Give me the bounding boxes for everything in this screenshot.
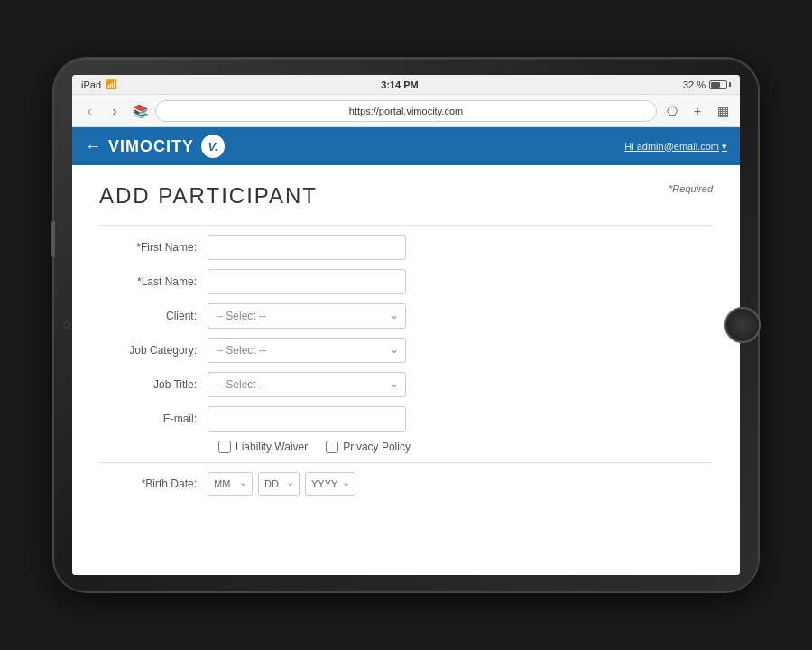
month-select-wrapper: MM bbox=[208, 472, 253, 496]
separator-2 bbox=[99, 462, 713, 463]
tablet-device: iPad 📶 3:14 PM 32 % ‹ › 📚 https://portal… bbox=[54, 59, 758, 591]
first-name-row: *First Name: bbox=[99, 235, 713, 260]
carrier-label: iPad bbox=[81, 79, 101, 90]
job-category-label: Job Category: bbox=[99, 344, 208, 357]
client-row: Client: -- Select -- bbox=[99, 303, 713, 329]
app-back-arrow[interactable]: ← bbox=[85, 137, 101, 156]
page-content: ADD PARTICIPANT *Required *First Name: *… bbox=[72, 165, 740, 575]
screen: iPad 📶 3:14 PM 32 % ‹ › 📚 https://portal… bbox=[72, 75, 740, 575]
job-category-select[interactable]: -- Select -- bbox=[208, 338, 406, 363]
job-title-select[interactable]: -- Select -- bbox=[208, 372, 406, 397]
last-name-input[interactable] bbox=[208, 269, 406, 294]
browser-bar: ‹ › 📚 https://portal.vimocity.com ⎔ + ▦ bbox=[72, 95, 740, 127]
email-label: E-mail: bbox=[99, 413, 208, 425]
app-header: ← VIMOCITY V. Hi admin@email.com ▾ bbox=[72, 127, 740, 165]
liability-waiver-label: Liability Waiver bbox=[235, 441, 308, 453]
required-note: *Required bbox=[669, 183, 713, 194]
year-select[interactable]: YYYY bbox=[305, 472, 355, 496]
year-select-wrapper: YYYY bbox=[305, 472, 355, 496]
tabs-button[interactable]: ▦ bbox=[713, 101, 733, 121]
day-select[interactable]: DD bbox=[258, 472, 300, 496]
logo-text: VIMOCITY bbox=[108, 137, 194, 156]
forward-button[interactable]: › bbox=[105, 101, 125, 121]
day-select-wrapper: DD bbox=[258, 472, 300, 496]
job-title-select-wrapper: -- Select -- bbox=[208, 372, 406, 397]
job-title-row: Job Title: -- Select -- bbox=[99, 372, 713, 397]
month-select[interactable]: MM bbox=[208, 472, 253, 496]
separator bbox=[99, 225, 713, 226]
browser-actions: ⎔ + ▦ bbox=[662, 101, 733, 121]
header-left: ← VIMOCITY V. bbox=[85, 135, 225, 158]
email-row: E-mail: bbox=[99, 406, 713, 432]
battery-pct: 32 % bbox=[683, 79, 706, 90]
client-select-wrapper: -- Select -- bbox=[208, 303, 406, 329]
user-greeting: Hi admin@email.com bbox=[624, 141, 719, 152]
last-name-row: *Last Name: bbox=[99, 269, 713, 294]
date-selects: MM DD YYYY bbox=[208, 472, 355, 496]
battery-icon bbox=[709, 80, 731, 89]
liability-waiver-checkbox-label[interactable]: Liability Waiver bbox=[218, 441, 308, 453]
bookmarks-icon[interactable]: 📚 bbox=[130, 101, 150, 121]
privacy-policy-checkbox-label[interactable]: Privacy Policy bbox=[326, 441, 411, 453]
camera bbox=[63, 321, 70, 329]
url-text: https://portal.vimocity.com bbox=[349, 106, 463, 116]
privacy-policy-checkbox[interactable] bbox=[326, 441, 338, 453]
user-menu[interactable]: Hi admin@email.com ▾ bbox=[624, 141, 727, 153]
status-left: iPad 📶 bbox=[81, 79, 116, 90]
url-bar[interactable]: https://portal.vimocity.com bbox=[155, 100, 657, 122]
wifi-icon: 📶 bbox=[106, 79, 116, 89]
user-dropdown-icon: ▾ bbox=[722, 141, 727, 152]
birth-date-row: *Birth Date: MM DD YYYY bbox=[99, 472, 713, 496]
share-button[interactable]: ⎔ bbox=[662, 101, 682, 121]
liability-waiver-checkbox[interactable] bbox=[218, 441, 231, 453]
page-title: ADD PARTICIPANT bbox=[99, 183, 318, 209]
page-title-row: ADD PARTICIPANT *Required bbox=[99, 183, 713, 209]
time-display: 3:14 PM bbox=[381, 79, 419, 90]
birth-date-label: *Birth Date: bbox=[99, 478, 208, 490]
client-label: Client: bbox=[99, 310, 208, 322]
status-bar: iPad 📶 3:14 PM 32 % bbox=[72, 75, 740, 95]
client-select[interactable]: -- Select -- bbox=[208, 303, 406, 329]
new-tab-button[interactable]: + bbox=[687, 101, 707, 121]
logo-icon: V. bbox=[201, 135, 225, 158]
first-name-label: *First Name: bbox=[99, 241, 208, 254]
job-category-row: Job Category: -- Select -- bbox=[99, 338, 713, 363]
email-input[interactable] bbox=[208, 406, 406, 432]
status-right: 32 % bbox=[683, 79, 731, 90]
privacy-policy-label: Privacy Policy bbox=[343, 441, 411, 453]
last-name-label: *Last Name: bbox=[99, 275, 208, 288]
job-category-select-wrapper: -- Select -- bbox=[208, 338, 406, 363]
back-button[interactable]: ‹ bbox=[79, 101, 99, 121]
job-title-label: Job Title: bbox=[99, 378, 208, 391]
first-name-input[interactable] bbox=[208, 235, 406, 260]
checkbox-row: Liability Waiver Privacy Policy bbox=[99, 441, 713, 453]
